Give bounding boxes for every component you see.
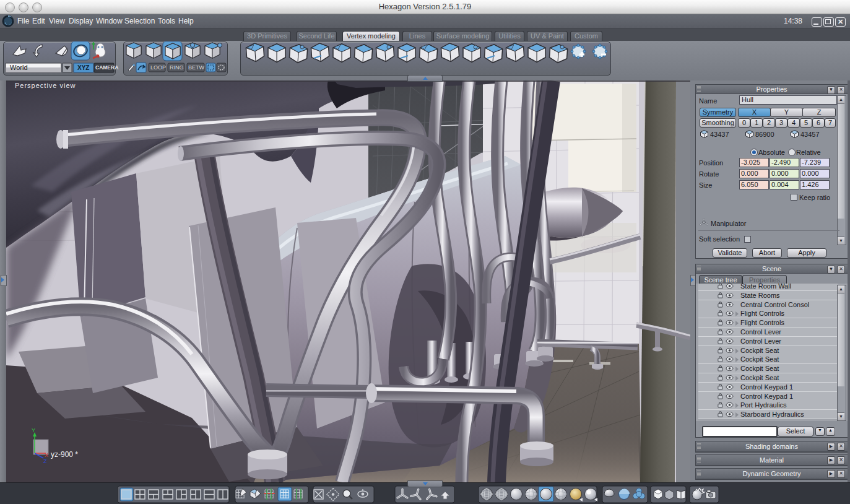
svg-text:BETW: BETW	[188, 64, 205, 71]
svg-text:RING: RING	[170, 64, 184, 71]
svg-text:LOOP: LOOP	[150, 64, 166, 71]
svg-text:XYZ: XYZ	[77, 64, 89, 71]
svg-text:Y: Y	[32, 427, 35, 433]
svg-text:Z: Z	[43, 458, 47, 464]
svg-text:CAMERA: CAMERA	[95, 64, 118, 71]
svg-text:yz-900 *: yz-900 *	[51, 450, 78, 459]
svg-text:World: World	[10, 64, 28, 71]
svg-text:Perspective view: Perspective view	[15, 82, 76, 89]
svg-text:X: X	[45, 452, 48, 458]
